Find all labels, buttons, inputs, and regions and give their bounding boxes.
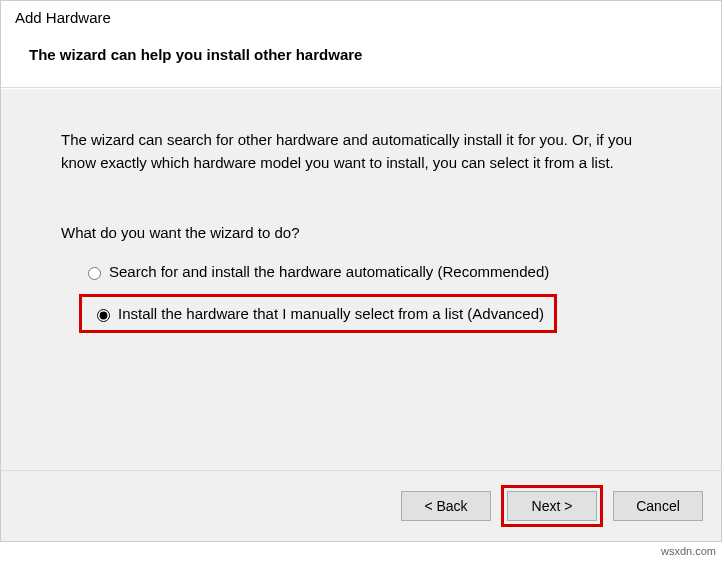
radio-manual[interactable] xyxy=(97,309,110,322)
highlight-box-next: Next > xyxy=(501,485,603,527)
option-auto[interactable]: Search for and install the hardware auto… xyxy=(79,257,661,286)
back-button[interactable]: < Back xyxy=(401,491,491,521)
cancel-button[interactable]: Cancel xyxy=(613,491,703,521)
dialog-subtitle: The wizard can help you install other ha… xyxy=(29,46,707,63)
watermark-text: wsxdn.com xyxy=(661,545,716,557)
option-manual-label: Install the hardware that I manually sel… xyxy=(118,305,544,322)
dialog-title: Add Hardware xyxy=(15,9,707,26)
next-button[interactable]: Next > xyxy=(507,491,597,521)
options-group: Search for and install the hardware auto… xyxy=(79,257,661,333)
highlight-box-manual: Install the hardware that I manually sel… xyxy=(79,294,557,333)
dialog-header: Add Hardware The wizard can help you ins… xyxy=(1,1,721,88)
dialog-footer: < Back Next > Cancel xyxy=(1,470,721,541)
radio-auto[interactable] xyxy=(88,267,101,280)
dialog-body: The wizard can search for other hardware… xyxy=(1,88,721,470)
option-auto-label: Search for and install the hardware auto… xyxy=(109,263,549,280)
add-hardware-dialog: Add Hardware The wizard can help you ins… xyxy=(0,0,722,542)
option-manual[interactable]: Install the hardware that I manually sel… xyxy=(92,305,544,322)
intro-text: The wizard can search for other hardware… xyxy=(61,129,661,174)
question-text: What do you want the wizard to do? xyxy=(61,224,661,241)
